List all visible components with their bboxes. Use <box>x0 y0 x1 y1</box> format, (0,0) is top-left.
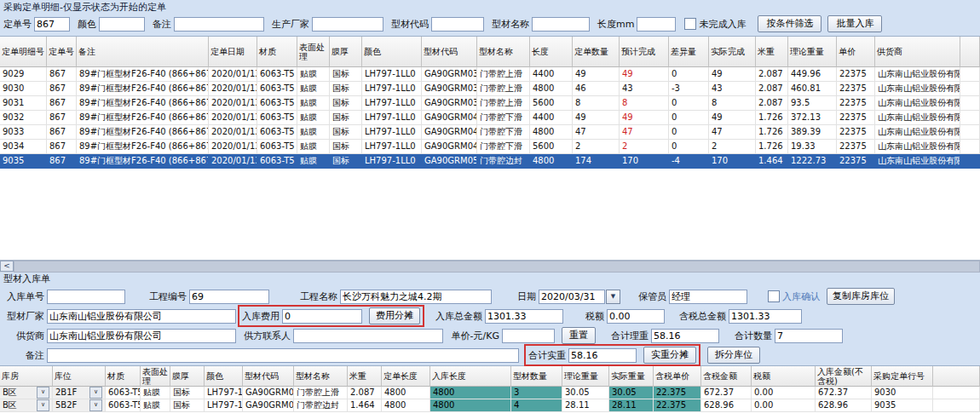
table-row[interactable]: 903586789#门框型材F26-F40 (866+867)2020/01/1… <box>0 154 980 169</box>
filter-input-4[interactable] <box>431 17 484 32</box>
column-header[interactable]: 采购定单行号 <box>872 366 933 387</box>
column-header[interactable]: 理论重量 <box>562 366 609 387</box>
filter-input-6[interactable] <box>637 17 676 32</box>
filter-by-condition-button[interactable]: 按条件筛选 <box>758 15 821 32</box>
receipt-no-field[interactable] <box>47 290 125 304</box>
actual-weight-field[interactable] <box>568 348 637 363</box>
supplier-field[interactable] <box>47 329 236 343</box>
table-row[interactable]: 903286789#门框型材F26-F40 (866+867)2020/01/1… <box>0 111 980 125</box>
column-header[interactable]: 入库金额(不含税) <box>816 366 872 387</box>
column-header[interactable]: 膜厚 <box>330 37 362 67</box>
column-header[interactable]: 定单明细号 <box>0 37 47 67</box>
column-header[interactable]: 颜色 <box>362 37 422 67</box>
calendar-dropdown-icon[interactable]: ▼ <box>606 290 620 304</box>
column-header[interactable]: 表面处理 <box>141 366 170 387</box>
fee-field[interactable] <box>282 309 362 324</box>
column-header[interactable]: 长度 <box>530 37 573 67</box>
column-header[interactable]: 入库长度 <box>430 366 511 387</box>
filter-label-4: 型材代码 <box>391 18 429 31</box>
column-header[interactable]: 实际重量 <box>609 366 654 387</box>
column-header[interactable]: 颜色 <box>205 366 243 387</box>
split-location-button[interactable]: 拆分库位 <box>707 347 760 364</box>
table-row[interactable]: B区∨5B2F∨6063-T5贴膜国标LH797-1LL0GA90GRM05门带… <box>0 399 980 412</box>
cell: 山东南山铝业股份有限公司 <box>875 154 960 169</box>
total-amount-field[interactable] <box>485 309 563 324</box>
column-header[interactable]: 定单长度 <box>382 366 430 387</box>
cell: 867 <box>47 125 77 140</box>
chevron-down-icon[interactable]: ∨ <box>37 399 49 411</box>
table-row[interactable]: 903486789#门框型材F26-F40 (866+867)2020/01/1… <box>0 140 980 154</box>
filter-input-0[interactable] <box>34 17 70 32</box>
column-header[interactable]: 定单数量 <box>573 37 620 67</box>
cell: 1222.73 <box>788 154 837 169</box>
tax-field[interactable] <box>607 309 665 324</box>
scroll-left-icon[interactable]: < <box>0 261 14 272</box>
project-no-field[interactable] <box>189 290 269 304</box>
filter-input-2[interactable] <box>174 17 264 32</box>
column-header[interactable]: 型材数量 <box>511 366 562 387</box>
cell: 9035 <box>872 399 933 412</box>
column-header[interactable]: 型材名称 <box>477 37 530 67</box>
cell: 22375 <box>837 96 875 111</box>
cell: 贴膜 <box>297 125 330 140</box>
tax-total-field[interactable] <box>729 309 802 324</box>
filter-input-5[interactable] <box>532 17 590 32</box>
project-name-field[interactable] <box>340 290 492 304</box>
column-header[interactable]: 型材代码 <box>243 366 294 387</box>
chevron-down-icon[interactable]: ∨ <box>37 387 49 399</box>
column-header[interactable]: 定单号 <box>47 37 77 67</box>
column-header[interactable]: 差异量 <box>669 37 709 67</box>
column-header[interactable]: 供货商 <box>875 37 960 67</box>
date-field[interactable] <box>539 290 605 304</box>
horizontal-scrollbar[interactable]: < <box>0 260 980 273</box>
cell: 49 <box>573 111 620 125</box>
actual-share-button[interactable]: 实重分摊 <box>643 347 696 364</box>
filter-input-3[interactable] <box>312 17 383 32</box>
factory-field[interactable] <box>47 309 236 324</box>
cell: 2020/01/13 <box>209 125 257 140</box>
column-header[interactable]: 型材代码 <box>422 37 477 67</box>
table-row[interactable]: 903086789#门框型材F26-F40 (866+867)2020/01/1… <box>0 82 980 96</box>
column-header[interactable]: 含税单价 <box>654 366 701 387</box>
chevron-down-icon[interactable]: ∨ <box>89 387 102 399</box>
column-header[interactable]: 米重 <box>756 37 788 67</box>
total-qty-field[interactable] <box>775 329 843 343</box>
column-header[interactable]: 备注 <box>77 37 209 67</box>
fee-share-button[interactable]: 费用分摊 <box>369 307 420 324</box>
column-header[interactable]: 定单日期 <box>209 37 257 67</box>
chevron-down-icon[interactable]: ∨ <box>89 399 102 411</box>
filter-input-1[interactable] <box>99 17 145 32</box>
column-header[interactable]: 米重 <box>348 366 382 387</box>
table-row[interactable]: 903186789#门框型材F26-F40 (866+867)2020/01/1… <box>0 96 980 111</box>
reset-button[interactable]: 重置 <box>562 327 596 344</box>
column-header[interactable]: 理论重量 <box>788 37 837 67</box>
column-header[interactable]: 材质 <box>106 366 141 387</box>
cell: 国标 <box>330 96 362 111</box>
table-row[interactable]: B区∨2B1F∨6063-T5贴膜国标LH797-1LL0GA90GRM03门带… <box>0 387 980 399</box>
keeper-field[interactable] <box>669 290 747 304</box>
column-header[interactable]: 实际完成 <box>709 37 756 67</box>
table-row[interactable]: 903386789#门框型材F26-F40 (866+867)2020/01/1… <box>0 125 980 140</box>
column-header[interactable]: 预计完成 <box>620 37 669 67</box>
unfinished-checkbox[interactable] <box>684 18 696 30</box>
column-header[interactable]: 膜厚 <box>170 366 205 387</box>
batch-inbound-button[interactable]: 批量入库 <box>827 15 882 32</box>
column-header[interactable]: 税额 <box>752 366 816 387</box>
remark-field[interactable] <box>47 348 519 363</box>
column-header[interactable]: 型材名称 <box>294 366 348 387</box>
cell: 贴膜 <box>297 82 330 96</box>
table-row[interactable]: 902986789#门框型材F26-F40 (866+867)2020/01/1… <box>0 67 980 82</box>
column-header[interactable]: 单价 <box>837 37 875 67</box>
theoretical-weight-field[interactable] <box>651 329 719 343</box>
inbound-confirm-checkbox[interactable] <box>768 290 780 302</box>
copy-warehouse-button[interactable]: 复制库房库位 <box>827 288 895 305</box>
column-header[interactable]: 材质 <box>257 37 297 67</box>
cell: 4400 <box>530 67 573 82</box>
column-header[interactable]: 库位 <box>53 366 106 387</box>
column-header[interactable]: 表面处理 <box>297 37 330 67</box>
contact-field[interactable] <box>293 329 443 343</box>
column-header[interactable]: 含税金额 <box>701 366 752 387</box>
unit-price-field[interactable] <box>502 329 555 343</box>
column-header[interactable]: 库房 <box>0 366 53 387</box>
scrollbar-thumb[interactable] <box>14 261 980 273</box>
